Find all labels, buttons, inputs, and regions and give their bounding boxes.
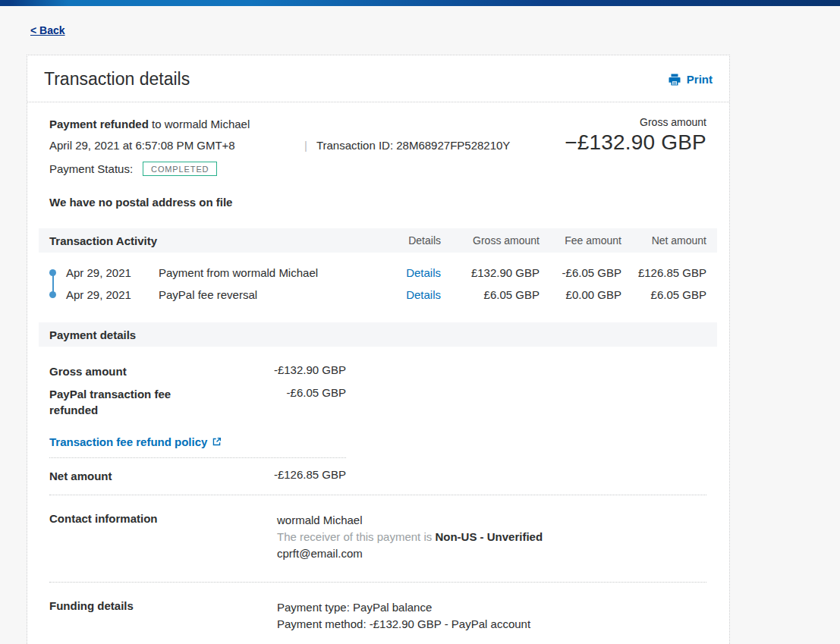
- details-link[interactable]: Details: [406, 266, 441, 279]
- print-label: Print: [687, 73, 713, 86]
- timeline-cell: [49, 284, 66, 306]
- card-header: Transaction details Print: [27, 55, 729, 102]
- payment-datetime: April 29, 2021 at 6:57:08 PM GMT+8: [49, 139, 304, 152]
- activity-net: £126.85 GBP: [621, 266, 706, 279]
- payment-details-row: PayPal transaction fee refunded -£6.05 G…: [49, 386, 706, 418]
- table-row: Apr 29, 2021 Payment from wormald Michae…: [49, 262, 706, 284]
- gross-amount-value: −£132.90 GBP: [565, 130, 706, 155]
- policy-link-label: Transaction fee refund policy: [49, 435, 207, 448]
- transaction-card: Transaction details Print: [27, 55, 730, 644]
- activity-fee: -£6.05 GBP: [540, 266, 621, 279]
- funding-details-section: Funding details Payment type: PayPal bal…: [49, 599, 706, 633]
- payment-details-section: Payment details Gross amount -£132.90 GB…: [49, 322, 706, 495]
- payment-headline: Payment refunded to wormald Michael: [49, 118, 510, 130]
- receiver-status-line: The receiver of this payment is Non-US -…: [277, 529, 706, 545]
- payment-details-title: Payment details: [49, 328, 136, 341]
- gross-amount-block: Gross amount −£132.90 GBP: [565, 116, 706, 176]
- gross-amount-label: Gross amount: [565, 116, 706, 128]
- contact-information-label: Contact information: [49, 512, 277, 562]
- activity-rows: Apr 29, 2021 Payment from wormald Michae…: [49, 262, 706, 306]
- date-id-line: April 29, 2021 at 6:57:08 PM GMT+8 | Tra…: [49, 139, 510, 152]
- payment-type: Payment type: PayPal balance: [277, 599, 706, 616]
- divider: [49, 457, 346, 458]
- status-badge: COMPLETED: [143, 162, 217, 176]
- activity-fee: £0.00 GBP: [540, 288, 621, 301]
- activity-date: Apr 29, 2021: [66, 288, 159, 301]
- back-link[interactable]: < Back: [30, 24, 65, 36]
- net-amount-label: Net amount: [49, 468, 190, 484]
- payment-type-label: Payment refunded: [49, 118, 149, 130]
- status-line: Payment Status: COMPLETED: [49, 162, 510, 176]
- activity-title: Transaction Activity: [49, 234, 380, 247]
- external-link-icon: [212, 437, 222, 447]
- activity-date: Apr 29, 2021: [66, 266, 159, 279]
- pd-fee-value: -£6.05 GBP: [255, 386, 346, 418]
- summary-left: Payment refunded to wormald Michael Apri…: [49, 116, 510, 176]
- separator: |: [304, 139, 307, 152]
- pd-gross-label: Gross amount: [49, 363, 190, 379]
- activity-gross: £132.90 GBP: [441, 266, 540, 279]
- col-header-net: Net amount: [621, 234, 706, 247]
- pd-gross-value: -£132.90 GBP: [255, 363, 346, 379]
- fee-refund-policy-link[interactable]: Transaction fee refund policy: [49, 435, 222, 448]
- pd-fee-label: PayPal transaction fee refunded: [49, 386, 190, 418]
- timeline-cell: [49, 262, 66, 284]
- payment-details-rows: Gross amount -£132.90 GBP PayPal transac…: [49, 363, 706, 418]
- timeline-dot: [49, 269, 56, 276]
- funding-details-label: Funding details: [49, 599, 277, 633]
- print-button[interactable]: Print: [668, 73, 713, 86]
- contact-information-section: Contact information wormald Michael The …: [49, 512, 706, 562]
- page-title: Transaction details: [44, 69, 190, 90]
- activity-header-row: Transaction Activity Details Gross amoun…: [39, 228, 717, 253]
- postal-address-notice: We have no postal address on file: [49, 196, 706, 209]
- card-body: Payment refunded to wormald Michael Apri…: [27, 102, 729, 644]
- page: < Back Transaction details Print: [0, 6, 840, 644]
- col-header-fee: Fee amount: [540, 234, 621, 247]
- funding-details-values: Payment type: PayPal balance Payment met…: [277, 599, 706, 633]
- activity-gross: £6.05 GBP: [441, 288, 540, 301]
- activity-description: PayPal fee reversal: [159, 288, 380, 301]
- receiver-status-value: Non-US - Unverified: [435, 530, 543, 543]
- divider: [49, 582, 706, 583]
- contact-name: wormald Michael: [277, 512, 706, 529]
- payment-details-row: Gross amount -£132.90 GBP: [49, 363, 706, 379]
- payment-method: Payment method: -£132.90 GBP - PayPal ac…: [277, 616, 706, 633]
- top-progress-bar: [0, 0, 840, 6]
- col-header-details: Details: [380, 234, 441, 247]
- net-amount-row: Net amount -£126.85 GBP: [49, 468, 706, 484]
- contact-email: cprft@email.com: [277, 545, 706, 562]
- payment-recipient: to wormald Michael: [149, 118, 250, 130]
- activity-description: Payment from wormald Michael: [159, 266, 380, 279]
- transaction-id-label: Transaction ID:: [316, 139, 393, 152]
- transaction-id-value: 28M68927FP528210Y: [396, 139, 510, 152]
- activity-net: £6.05 GBP: [621, 288, 706, 301]
- payment-status-label: Payment Status:: [49, 162, 133, 175]
- divider: [49, 495, 706, 495]
- transaction-activity-section: Transaction Activity Details Gross amoun…: [49, 228, 706, 306]
- net-amount-value: -£126.85 GBP: [255, 468, 346, 484]
- payment-details-header: Payment details: [39, 322, 717, 347]
- table-row: Apr 29, 2021 PayPal fee reversal Details…: [49, 284, 706, 306]
- timeline-dot: [49, 291, 56, 298]
- receiver-status-prefix: The receiver of this payment is: [277, 530, 435, 543]
- printer-icon: [668, 73, 681, 86]
- summary-section: Payment refunded to wormald Michael Apri…: [49, 116, 706, 176]
- col-header-gross: Gross amount: [441, 234, 540, 247]
- contact-information-values: wormald Michael The receiver of this pay…: [277, 512, 706, 562]
- details-link[interactable]: Details: [406, 288, 441, 301]
